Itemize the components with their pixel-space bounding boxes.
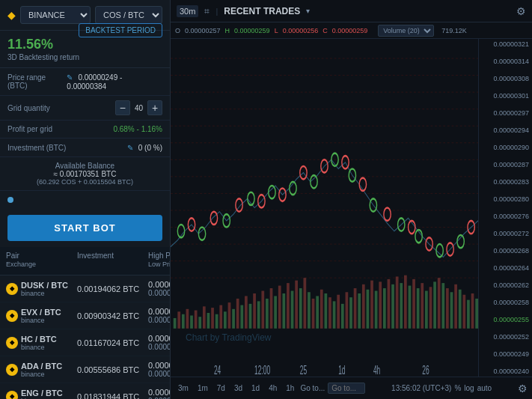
- svg-rect-16: [177, 311, 180, 329]
- svg-rect-44: [295, 281, 298, 329]
- header-price: High PriceLow Price: [148, 252, 170, 270]
- volume-select[interactable]: Volume (20): [378, 25, 434, 37]
- price-tick: 0.00000262: [482, 281, 529, 289]
- svg-rect-33: [249, 304, 252, 329]
- timeframe-30m-btn[interactable]: 30m: [177, 5, 198, 17]
- svg-rect-59: [358, 293, 361, 329]
- tf-3d-btn[interactable]: 3d: [231, 383, 245, 394]
- svg-rect-29: [232, 309, 235, 329]
- price-axis: 0.000003210.000003140.000003080.00000301…: [478, 39, 532, 377]
- investment-cell: 0.01831944 BTC: [77, 392, 148, 400]
- svg-rect-68: [396, 276, 399, 328]
- pct-btn[interactable]: %: [454, 384, 461, 392]
- backtest-btn[interactable]: BACKTEST PERIOD: [79, 23, 162, 37]
- tf-4h-btn[interactable]: 4h: [266, 383, 280, 394]
- high-price: 0.00002982: [148, 334, 170, 343]
- svg-rect-38: [270, 288, 273, 329]
- svg-rect-41: [282, 293, 285, 329]
- svg-rect-43: [291, 291, 294, 329]
- svg-rect-77: [433, 281, 436, 328]
- ohlc-o-label: O: [175, 27, 180, 34]
- balance-sub: (60.292 COS + 0.0015504 BTC): [7, 178, 162, 186]
- svg-rect-26: [219, 305, 222, 329]
- chart-watermark: Chart by TradingView: [186, 332, 272, 343]
- table-row: ◆ HC / BTC binance 0.01167024 BTC 0.0000…: [0, 329, 170, 356]
- svg-rect-28: [228, 302, 231, 329]
- profit-per-grid-label: Profit per grid: [7, 125, 52, 133]
- exchange-select[interactable]: BINANCE: [20, 6, 91, 24]
- pair-cell: ◆ ADA / BTC binance: [6, 362, 77, 378]
- ohlc-c-label: C: [322, 27, 328, 34]
- price-tick: 0.00000321: [482, 40, 529, 48]
- svg-rect-53: [333, 301, 336, 328]
- investment-edit-icon[interactable]: ✎: [127, 144, 133, 152]
- low-price: 0.00001305: [148, 289, 170, 297]
- tf-1h-btn[interactable]: 1h: [283, 383, 297, 394]
- recent-trades-dropdown-icon[interactable]: ▾: [306, 7, 310, 15]
- svg-rect-45: [299, 288, 302, 329]
- pair-select[interactable]: COS / BTC: [95, 6, 162, 24]
- stats-box: 11.56% BACKTEST PERIOD 3D Backtesting re…: [0, 31, 170, 68]
- chart-type-icon[interactable]: ⌗: [204, 6, 210, 16]
- coin-icon: ◆: [6, 391, 18, 400]
- svg-rect-37: [266, 299, 269, 329]
- svg-rect-80: [446, 288, 449, 329]
- ohlc-o-value: 0.00000257: [185, 27, 221, 34]
- start-bot-button[interactable]: START BOT: [7, 215, 162, 241]
- svg-rect-67: [391, 284, 394, 329]
- time-display: 13:56:02 (UTC+3): [391, 384, 451, 392]
- svg-rect-49: [316, 296, 319, 328]
- investment-cell: 0.00194062 BTC: [77, 284, 148, 293]
- svg-rect-50: [320, 290, 323, 329]
- exchange-name: binance: [21, 344, 57, 351]
- price-tick: 0.00000249: [482, 350, 529, 358]
- price-tick: 0.00000276: [482, 213, 529, 220]
- svg-rect-24: [211, 308, 214, 329]
- chart-settings-btn[interactable]: ⚙: [516, 5, 526, 17]
- auto-btn[interactable]: auto: [477, 384, 492, 392]
- tf-1d-btn[interactable]: 1d: [248, 383, 263, 394]
- high-price: 0.00002742: [148, 280, 170, 289]
- price-tick: 0.00000280: [482, 195, 529, 203]
- ohlc-l-value: 0.00000256: [283, 27, 319, 34]
- svg-rect-62: [370, 281, 373, 329]
- svg-rect-58: [354, 288, 357, 329]
- pair-name: DUSK / BTC: [21, 281, 68, 290]
- qty-minus-btn[interactable]: −: [115, 100, 130, 115]
- investment-cell: 0.01167024 BTC: [77, 338, 148, 347]
- svg-rect-78: [438, 278, 441, 329]
- price-tick: 0.00000294: [482, 127, 529, 134]
- price-cell: 0.00002982 0.00001734: [148, 334, 170, 351]
- pair-name: ADA / BTC: [21, 362, 62, 371]
- profit-per-grid-row: Profit per grid 0.68% - 1.16%: [0, 121, 170, 138]
- chart-bottom-gear-btn[interactable]: ⚙: [518, 383, 528, 395]
- log-btn[interactable]: log: [464, 384, 474, 392]
- volume-value: 719.12K: [441, 27, 467, 34]
- tf-7d-btn[interactable]: 7d: [214, 383, 228, 394]
- svg-rect-15: [174, 318, 177, 329]
- grid-quantity-value: 40: [135, 104, 143, 112]
- coin-icon: ◆: [6, 283, 18, 295]
- svg-rect-31: [240, 305, 243, 329]
- svg-rect-54: [337, 295, 340, 329]
- balance-label: Available Balance: [7, 162, 162, 170]
- chart-area: 24 12:00 25 1d 4h 26 Chart by TradingVie…: [171, 39, 532, 399]
- chart-topbar: 30m ⌗ | RECENT TRADES ▾ ⚙: [171, 0, 532, 22]
- qty-plus-btn[interactable]: +: [147, 100, 162, 115]
- table-row: ◆ ENG / BTC binance 0.01831944 BTC 0.000…: [0, 383, 170, 399]
- svg-rect-74: [421, 283, 424, 329]
- svg-rect-82: [454, 284, 457, 329]
- price-cell: 0.00000507 0.00000447: [148, 361, 170, 378]
- pair-info: ADA / BTC binance: [21, 362, 62, 378]
- svg-rect-40: [278, 286, 281, 329]
- tf-1m-btn[interactable]: 1m: [195, 383, 211, 394]
- pair-info: ENG / BTC binance: [21, 389, 63, 400]
- table-row: ◆ DUSK / BTC binance 0.00194062 BTC 0.00…: [0, 275, 170, 302]
- ohlc-c-value: 0.00000259: [332, 27, 368, 34]
- price-tick: 0.00000252: [482, 333, 529, 341]
- ohlc-l-label: L: [275, 27, 278, 34]
- goto-input[interactable]: [328, 383, 365, 394]
- tf-3m-btn[interactable]: 3m: [175, 383, 192, 394]
- price-range-edit-icon[interactable]: ✎: [67, 73, 73, 82]
- left-panel: ◆ BINANCE COS / BTC 11.56% BACKTEST PERI…: [0, 0, 171, 399]
